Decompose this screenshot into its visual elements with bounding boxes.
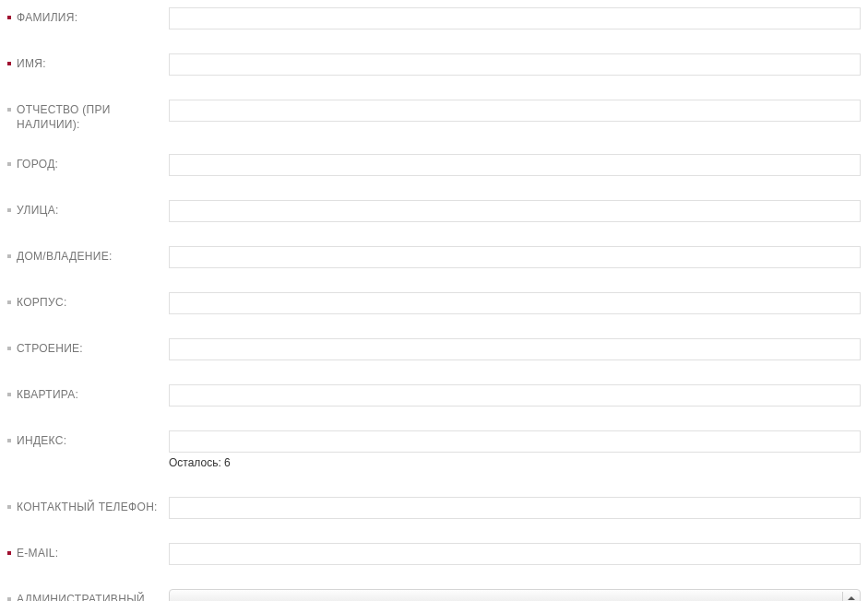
phone-input[interactable] bbox=[169, 497, 861, 519]
row-patronymic: ОТЧЕСТВО (ПРИ НАЛИЧИИ): bbox=[7, 100, 861, 132]
label-text-patronymic: ОТЧЕСТВО (ПРИ НАЛИЧИИ): bbox=[17, 102, 160, 132]
district-select-wrap bbox=[169, 589, 861, 601]
label-house: ДОМ/ВЛАДЕНИЕ: bbox=[7, 246, 169, 264]
optional-bullet-icon bbox=[7, 597, 11, 601]
label-text-city: ГОРОД: bbox=[17, 157, 58, 171]
label-text-apartment: КВАРТИРА: bbox=[17, 387, 78, 402]
optional-bullet-icon bbox=[7, 208, 11, 212]
firstname-input[interactable] bbox=[169, 53, 861, 76]
label-firstname: ИМЯ: bbox=[7, 53, 169, 71]
building-input[interactable] bbox=[169, 292, 861, 314]
label-building: КОРПУС: bbox=[7, 292, 169, 310]
label-text-phone: КОНТАКТНЫЙ ТЕЛЕФОН: bbox=[17, 500, 158, 514]
optional-bullet-icon bbox=[7, 439, 11, 442]
optional-bullet-icon bbox=[7, 108, 11, 112]
district-select[interactable] bbox=[169, 589, 861, 601]
row-house: ДОМ/ВЛАДЕНИЕ: bbox=[7, 246, 861, 270]
label-street: УЛИЦА: bbox=[7, 200, 169, 218]
optional-bullet-icon bbox=[7, 162, 11, 166]
postal-input[interactable] bbox=[169, 430, 861, 453]
label-text-surname: ФАМИЛИЯ: bbox=[17, 10, 77, 25]
row-apartment: КВАРТИРА: bbox=[7, 384, 861, 408]
label-text-street: УЛИЦА: bbox=[17, 203, 59, 218]
label-text-house: ДОМ/ВЛАДЕНИЕ: bbox=[17, 249, 113, 264]
row-street: УЛИЦА: bbox=[7, 200, 861, 224]
email-input[interactable] bbox=[169, 543, 861, 565]
label-phone: КОНТАКТНЫЙ ТЕЛЕФОН: bbox=[7, 497, 169, 514]
label-text-email: E-MAIL: bbox=[17, 546, 58, 560]
label-text-district: АДМИНИСТРАТИВНЫЙ ОКРУГ: bbox=[17, 592, 160, 601]
label-text-structure: СТРОЕНИЕ: bbox=[17, 341, 83, 356]
required-bullet-icon bbox=[7, 62, 11, 65]
required-bullet-icon bbox=[7, 16, 11, 19]
row-firstname: ИМЯ: bbox=[7, 53, 861, 77]
optional-bullet-icon bbox=[7, 254, 11, 258]
row-building: КОРПУС: bbox=[7, 292, 861, 316]
optional-bullet-icon bbox=[7, 300, 11, 304]
row-postal: ИНДЕКС: Осталось: 6 bbox=[7, 430, 861, 469]
label-patronymic: ОТЧЕСТВО (ПРИ НАЛИЧИИ): bbox=[7, 100, 169, 132]
patronymic-input[interactable] bbox=[169, 100, 861, 122]
structure-input[interactable] bbox=[169, 338, 861, 360]
apartment-input[interactable] bbox=[169, 384, 861, 407]
row-structure: СТРОЕНИЕ: bbox=[7, 338, 861, 362]
label-email: E-MAIL: bbox=[7, 543, 169, 560]
label-text-firstname: ИМЯ: bbox=[17, 56, 46, 71]
row-phone: КОНТАКТНЫЙ ТЕЛЕФОН: bbox=[7, 497, 861, 521]
house-input[interactable] bbox=[169, 246, 861, 268]
surname-input[interactable] bbox=[169, 7, 861, 29]
city-input[interactable] bbox=[169, 154, 861, 176]
label-district: АДМИНИСТРАТИВНЫЙ ОКРУГ: bbox=[7, 589, 169, 601]
label-city: ГОРОД: bbox=[7, 154, 169, 171]
contact-form: ФАМИЛИЯ: ИМЯ: ОТЧЕСТВО (ПРИ НАЛИЧИИ): ГО… bbox=[7, 7, 861, 601]
optional-bullet-icon bbox=[7, 505, 11, 509]
optional-bullet-icon bbox=[7, 393, 11, 396]
label-text-postal: ИНДЕКС: bbox=[17, 433, 66, 448]
row-surname: ФАМИЛИЯ: bbox=[7, 7, 861, 31]
label-postal: ИНДЕКС: bbox=[7, 430, 169, 448]
row-district: АДМИНИСТРАТИВНЫЙ ОКРУГ: bbox=[7, 589, 861, 601]
label-text-building: КОРПУС: bbox=[17, 295, 67, 310]
street-input[interactable] bbox=[169, 200, 861, 222]
postal-remaining-text: Осталось: 6 bbox=[169, 456, 861, 469]
optional-bullet-icon bbox=[7, 347, 11, 350]
label-structure: СТРОЕНИЕ: bbox=[7, 338, 169, 356]
label-apartment: КВАРТИРА: bbox=[7, 384, 169, 402]
row-city: ГОРОД: bbox=[7, 154, 861, 178]
label-surname: ФАМИЛИЯ: bbox=[7, 7, 169, 25]
required-bullet-icon bbox=[7, 551, 11, 555]
row-email: E-MAIL: bbox=[7, 543, 861, 567]
